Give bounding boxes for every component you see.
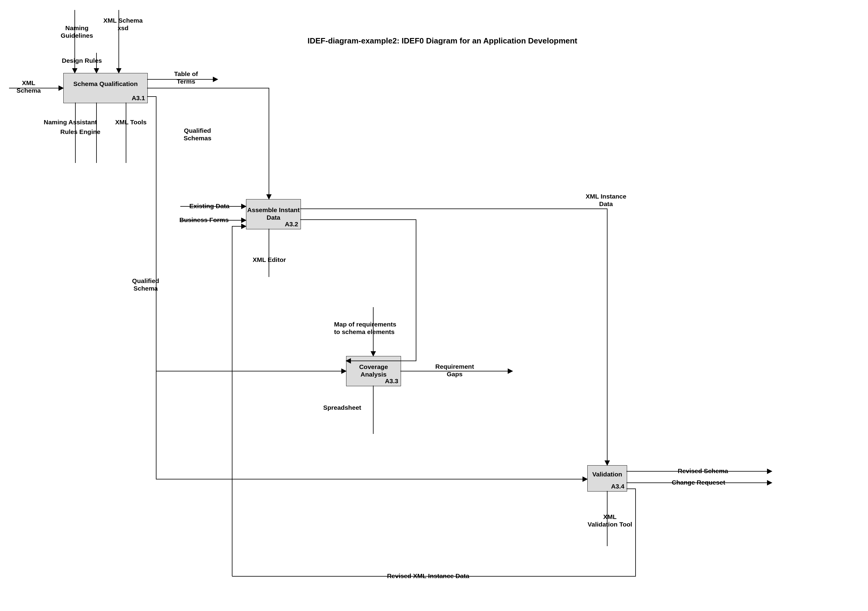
box-label: Schema Qualification (64, 80, 147, 87)
label-qualified-schemas: QualifiedSchemas (172, 127, 223, 142)
box-coverage-analysis: Coverage Analysis A3.3 (346, 356, 401, 386)
box-label: Assemble Instant Data (246, 206, 301, 221)
label-design-rules: Design Rules (62, 57, 122, 64)
label-xml-editor: XML Editor (253, 256, 301, 263)
label-naming-assistant: Naming Assistant (44, 118, 113, 126)
label-xml-validation-tool: XMLValidation Tool (575, 513, 645, 528)
label-existing-data: Existing Data (189, 202, 243, 210)
box-id: A3.4 (611, 483, 625, 490)
box-assemble-instant-data: Assemble Instant Data A3.2 (246, 199, 301, 229)
label-change-request: Change Requeset (672, 479, 756, 486)
label-map-requirements: Map of requirementsto schema elements (334, 320, 425, 336)
box-id: A3.2 (285, 221, 298, 228)
box-schema-qualification: Schema Qualification A3.1 (63, 73, 148, 103)
label-revised-xml-instance-data: Revised XML Instance Data (368, 572, 488, 580)
diagram-canvas: IDEF-diagram-example2: IDEF0 Diagram for… (0, 0, 868, 611)
label-spreadsheet: Spreadsheet (323, 404, 383, 411)
label-qualified-schema: QualifiedSchema (120, 277, 171, 292)
box-label: Coverage Analysis (346, 363, 401, 378)
box-validation: Validation A3.4 (587, 465, 627, 491)
box-label: Validation (590, 470, 625, 478)
label-rules-engine: Rules Engine (60, 128, 121, 135)
label-business-forms: Business Forms (180, 216, 246, 224)
box-id: A3.1 (132, 95, 145, 102)
label-revised-schema: Revised Schema (678, 467, 756, 475)
diagram-title: IDEF-diagram-example2: IDEF0 Diagram for… (307, 36, 577, 45)
label-requirement-gaps: RequirementGaps (422, 363, 488, 378)
label-xml-tools: XML Tools (115, 118, 157, 126)
label-xml-instance-data: XML InstanceData (570, 193, 642, 208)
label-xml-schema: XMLSchema (9, 79, 48, 94)
label-xml-schema-xsd: XML Schemaxsd (93, 17, 153, 32)
box-id: A3.3 (385, 378, 398, 385)
label-table-of-terms: Table ofTerms (163, 70, 209, 85)
